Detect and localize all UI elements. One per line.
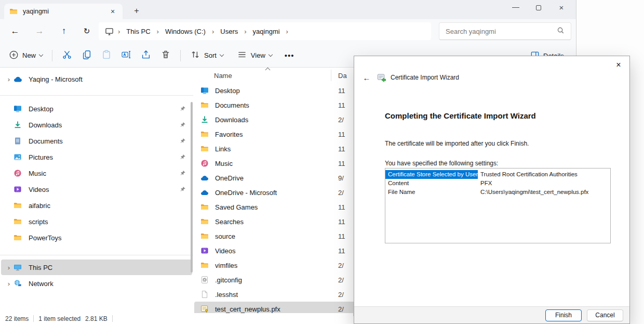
explorer-tab[interactable]: yaqingmi × [4,4,123,19]
new-button[interactable]: New [4,47,47,64]
sort-ascending-icon [265,68,271,73]
downloads-icon [200,115,209,124]
delete-button[interactable] [156,47,176,64]
back-arrow-icon[interactable]: ← [360,73,373,82]
breadcrumb-item[interactable]: yaqingmi [249,26,284,37]
settings-table[interactable]: Certificate Store Selected by User Trust… [385,168,611,243]
sidebar-item-documents[interactable]: Documents [1,133,192,149]
gearfile-icon [200,276,209,284]
breadcrumb-chevron-icon[interactable]: › [116,28,122,35]
breadcrumb-item[interactable]: Users [216,26,242,37]
folder-icon [14,234,22,242]
search-box[interactable] [439,22,571,40]
maximize-button[interactable] [527,0,550,15]
breadcrumb-item[interactable]: Windows (C:) [161,26,210,37]
address-bar-row: ← → ↑ ↻ ›This PC›Windows (C:)›Users›yaqi… [0,19,576,44]
setting-key: Content [385,179,478,188]
breadcrumb-chevron-icon[interactable]: › [242,28,248,35]
sidebar-pinned-list: Desktop Downloads Documents Pictures Mus… [0,101,193,245]
sidebar-item-videos[interactable]: Videos [1,182,192,197]
pin-icon [180,138,186,144]
breadcrumb-chevron-icon[interactable]: › [284,28,290,35]
settings-label: You have specified the following setting… [385,160,498,167]
sidebar-item-pictures[interactable]: Pictures [1,149,192,165]
breadcrumb-chevron-icon[interactable]: › [155,28,161,35]
view-button[interactable]: View [232,47,277,64]
date-column-header[interactable]: Da [338,72,347,80]
item-count: 22 items [5,315,29,322]
folder-icon [200,261,209,269]
sort-button[interactable]: Sort [185,47,228,64]
folder-icon [200,217,209,226]
sidebar-item-scripts[interactable]: scripts [1,214,192,229]
chevron-right-icon[interactable]: › [4,75,14,83]
forward-icon: → [32,23,47,39]
wizard-body-text: The certificate will be imported after y… [385,140,529,147]
navigation-pane: › Yaqing - Microsoft Desktop Downloads D… [0,68,193,313]
tab-close-icon[interactable]: × [108,7,117,16]
sort-icon [190,49,200,61]
setting-row[interactable]: Certificate Store Selected by User Trust… [385,170,610,179]
search-input[interactable] [446,28,557,35]
chevron-down-icon [39,53,43,57]
folder-icon [200,232,209,240]
setting-value: Trusted Root Certification Authorities [478,170,578,179]
up-icon[interactable]: ↑ [56,23,72,39]
setting-row[interactable]: File Name C:\Users\yaqingmi\test_cert_ne… [385,188,610,197]
certificate-icon [200,305,209,313]
tab-bar: yaqingmi × + × [0,0,576,19]
sidebar-divider [0,255,193,255]
setting-row[interactable]: Content PFX [385,179,610,188]
finish-button[interactable]: Finish [545,309,582,321]
sidebar-item-onedrive[interactable]: › Yaqing - Microsoft [1,71,192,87]
paste-button [97,47,116,64]
cut-button[interactable] [57,47,77,64]
dialog-header: ← Certificate Import Wizard [360,73,459,82]
sidebar-scrollbar[interactable] [191,102,193,273]
desktop-icon [200,86,209,95]
refresh-icon[interactable]: ↻ [79,23,95,39]
back-icon[interactable]: ← [7,23,23,39]
breadcrumb-item[interactable]: This PC [122,26,154,37]
sidebar-item-this-pc[interactable]: › This PC [1,260,192,275]
sidebar-item-music[interactable]: Music [1,165,192,181]
dialog-close-icon[interactable]: × [613,59,624,71]
cancel-button[interactable]: Cancel [587,309,623,321]
share-button[interactable] [136,47,156,64]
new-plus-icon [9,50,19,61]
file-icon [200,290,209,299]
dialog-title: Certificate Import Wizard [391,74,459,81]
chevron-down-icon [220,53,224,57]
pin-icon [180,106,186,112]
pin-icon [180,186,186,192]
certificate-import-wizard-dialog: × ← Certificate Import Wizard Completing… [354,56,630,324]
desktop-icon [14,105,22,113]
folder-icon [9,7,18,16]
minimize-button[interactable] [504,0,527,15]
more-options-button[interactable]: ••• [280,47,299,64]
sidebar-item-desktop[interactable]: Desktop [1,101,192,116]
rename-button[interactable] [116,47,136,64]
sidebar-item-network[interactable]: › Network [1,276,192,291]
copy-icon [82,49,92,61]
copy-button[interactable] [77,47,97,64]
sidebar-item-aifabric[interactable]: aifabric [1,198,192,213]
network-icon [14,279,22,288]
documents-icon [14,137,22,146]
toolbar-divider [52,50,52,61]
status-divider [33,315,34,322]
close-button[interactable]: × [550,0,573,15]
dialog-footer: Finish Cancel [354,306,629,323]
breadcrumb-chevron-icon[interactable]: › [210,28,216,35]
cloud-icon [200,174,209,182]
sidebar-item-downloads[interactable]: Downloads [1,117,192,133]
paste-icon [101,49,112,61]
pin-icon [180,122,186,128]
sidebar-item-powertoys[interactable]: PowerToys [1,230,192,245]
setting-key: Certificate Store Selected by User [385,170,478,179]
delete-icon [160,49,171,61]
name-column-header[interactable]: Name [193,72,232,80]
column-divider[interactable] [331,70,331,81]
breadcrumb[interactable]: ›This PC›Windows (C:)›Users›yaqingmi› [99,22,431,40]
new-tab-button[interactable]: + [130,4,143,18]
